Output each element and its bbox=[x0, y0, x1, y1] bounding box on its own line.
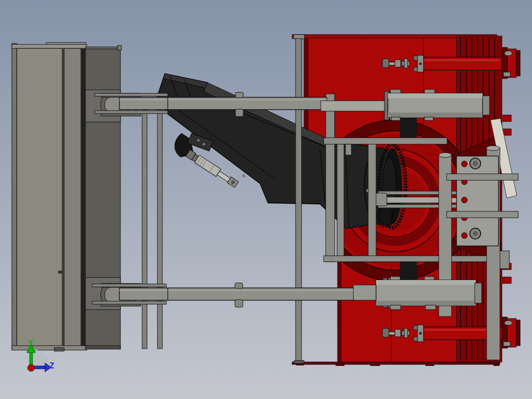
beam-top[interactable] bbox=[422, 57, 502, 70]
bracket-hole bbox=[461, 233, 467, 239]
frame-vertical-left[interactable] bbox=[326, 94, 335, 262]
blade-bottom-step bbox=[54, 348, 64, 351]
blade-latch bbox=[58, 271, 63, 274]
bracket-slat-bottom bbox=[447, 211, 518, 218]
bracket-slat-top bbox=[447, 174, 518, 180]
frame-horizontal-bottom[interactable] bbox=[324, 256, 500, 262]
blade-dark-bottom-edge bbox=[85, 346, 120, 349]
blade-corner-cap bbox=[117, 45, 121, 50]
blade-panel-left[interactable] bbox=[17, 48, 62, 349]
frame-vertical-right[interactable] bbox=[368, 140, 376, 261]
origin-point bbox=[28, 364, 35, 371]
arm-pin-top bbox=[235, 92, 243, 98]
arm-bar-top[interactable] bbox=[119, 97, 327, 110]
y-axis-label: Y bbox=[28, 339, 33, 348]
frame-vertical-mid[interactable] bbox=[337, 140, 344, 261]
link-bar-left[interactable] bbox=[142, 110, 147, 349]
blade-seam bbox=[62, 48, 64, 349]
blade-bottom-lip bbox=[12, 346, 87, 350]
bracket-hole bbox=[461, 161, 467, 167]
housing-tab-4 bbox=[500, 277, 511, 283]
arm-pin-bottom bbox=[235, 283, 243, 288]
housing-base-strip bbox=[292, 362, 500, 364]
arm-bar-bottom[interactable] bbox=[119, 288, 355, 300]
cylinder-rod-top bbox=[321, 101, 387, 111]
z-axis-label: Z bbox=[49, 361, 54, 370]
mount-flange-top[interactable] bbox=[502, 47, 520, 79]
blade-gap-shadow bbox=[81, 48, 85, 349]
cylinder-block-bottom bbox=[353, 285, 377, 300]
cad-viewport[interactable]: Y Z bbox=[0, 0, 532, 399]
housing-tab-1 bbox=[500, 115, 511, 121]
mount-flange-bottom[interactable] bbox=[502, 317, 520, 348]
bracket-hole bbox=[461, 197, 467, 203]
blade-back-wall bbox=[12, 43, 17, 350]
blade-top-lip bbox=[12, 44, 87, 48]
frame-stub bbox=[345, 144, 351, 155]
link-bar-right[interactable] bbox=[157, 110, 162, 349]
frame-horizontal-top[interactable] bbox=[324, 138, 447, 144]
blade-panel-mid[interactable] bbox=[64, 48, 81, 349]
